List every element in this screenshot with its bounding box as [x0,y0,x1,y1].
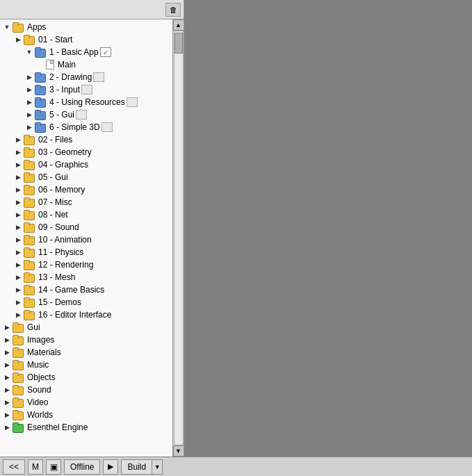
toggle-06-memory[interactable]: ▶ [14,186,22,194]
toggle-1-basic-app[interactable]: ▼ [25,48,33,56]
toggle-05-gui[interactable]: ▶ [14,173,22,181]
offline-button[interactable]: Offline [64,459,100,475]
toggle-images[interactable]: ▶ [3,336,11,344]
scroll-thumb[interactable] [174,33,183,54]
item-label-materials: Materials [27,347,61,357]
build-arrow-button[interactable]: ▼ [152,459,163,475]
toggle-esenthel-engine[interactable]: ▶ [3,423,11,432]
toggle-apps[interactable]: ▼ [3,23,11,31]
toggle-04-graphics[interactable]: ▶ [14,161,22,169]
item-label-objects: Objects [27,372,56,382]
toggle-01-start[interactable]: ▶ [14,35,22,44]
tree-item-15-demos[interactable]: ▶15 - Demos [0,296,172,309]
tree-item-03-geometry[interactable]: ▶03 - Geometry [0,146,172,158]
tree-item-objects[interactable]: ▶Objects [0,371,172,384]
tree-item-12-rendering[interactable]: ▶12 - Rendering [0,258,172,271]
toggle-2-drawing[interactable]: ▶ [25,73,33,81]
toggle-objects[interactable]: ▶ [3,373,11,381]
tree-item-video[interactable]: ▶Video [0,396,172,409]
tree-item-10-animation[interactable]: ▶10 - Animation [0,233,172,246]
toggle-15-demos[interactable]: ▶ [14,298,22,306]
tree-item-5-gui[interactable]: ▶5 - Gui [0,108,172,121]
toggle-11-physics[interactable]: ▶ [14,248,22,256]
checkbox-empty-6-simple-3d[interactable] [101,122,113,132]
toggle-worlds[interactable]: ▶ [3,411,11,419]
tree-item-08-net[interactable]: ▶08 - Net [0,208,172,221]
tree-item-11-physics[interactable]: ▶11 - Physics [0,246,172,258]
item-label-11-physics: 11 - Physics [38,247,83,257]
tree-item-13-mesh[interactable]: ▶13 - Mesh [0,271,172,284]
delete-button[interactable]: 🗑 [165,3,181,17]
checkbox-empty-2-drawing[interactable] [93,72,104,82]
folder-icon-objects [13,372,24,382]
toggle-03-geometry[interactable]: ▶ [14,148,22,156]
tree-item-14-game-basics[interactable]: ▶14 - Game Basics [0,284,172,296]
toggle-07-misc[interactable]: ▶ [14,198,22,206]
scroll-up-button[interactable]: ▲ [173,19,184,31]
build-dropdown[interactable]: Build ▼ [121,459,163,475]
checkbox-1-basic-app[interactable]: ✓ [100,47,111,57]
tree-item-sound[interactable]: ▶Sound [0,384,172,396]
item-label-apps: Apps [27,22,46,32]
tree-item-1-basic-app[interactable]: ▼1 - Basic App✓ [0,46,172,58]
toggle-14-game-basics[interactable]: ▶ [14,286,22,294]
checkbox-empty-5-gui[interactable] [76,110,87,120]
checkbox-empty-3-input[interactable] [81,85,92,95]
scrollbar[interactable]: ▲ ▼ [172,19,184,457]
toggle-video[interactable]: ▶ [3,398,11,407]
monitor-button[interactable]: ▣ [46,459,61,475]
toggle-3-input[interactable]: ▶ [25,85,33,94]
folder-icon-16-editor-interface [24,310,35,320]
toggle-12-rendering[interactable]: ▶ [14,261,22,269]
toggle-16-editor-interface[interactable]: ▶ [14,311,22,319]
tree-item-4-using-resources[interactable]: ▶4 - Using Resources [0,96,172,108]
tree-item-main[interactable]: Main [0,58,172,71]
build-button[interactable]: Build [121,459,152,475]
tree-item-gui[interactable]: ▶Gui [0,321,172,334]
toggle-4-using-resources[interactable]: ▶ [25,98,33,106]
toggle-materials[interactable]: ▶ [3,348,11,356]
tree-item-materials[interactable]: ▶Materials [0,346,172,359]
play-button[interactable]: ▶ [103,459,118,475]
tree-item-2-drawing[interactable]: ▶2 - Drawing [0,71,172,83]
folder-icon-08-net [24,210,35,220]
tree-item-images[interactable]: ▶Images [0,334,172,346]
folder-icon-main [46,60,54,69]
tree-item-04-graphics[interactable]: ▶04 - Graphics [0,158,172,171]
tree-item-01-start[interactable]: ▶01 - Start [0,33,172,46]
tree-item-09-sound[interactable]: ▶09 - Sound [0,221,172,233]
scroll-track[interactable] [174,31,184,445]
back-button[interactable]: << [3,459,25,475]
folder-icon-02-files [24,135,35,145]
toggle-10-animation[interactable]: ▶ [14,236,22,244]
toggle-13-mesh[interactable]: ▶ [14,273,22,281]
toggle-main[interactable] [36,60,44,69]
toggle-08-net[interactable]: ▶ [14,211,22,219]
scroll-down-button[interactable]: ▼ [173,445,184,457]
tree-item-music[interactable]: ▶Music [0,359,172,371]
folder-icon-06-memory [24,185,35,195]
folder-icon-apps [13,22,24,32]
folder-icon-6-simple-3d [35,122,46,132]
tree-item-esenthel-engine[interactable]: ▶Esenthel Engine [0,421,172,434]
tree-item-02-files[interactable]: ▶02 - Files [0,133,172,146]
tree-item-3-input[interactable]: ▶3 - Input [0,83,172,96]
m-button[interactable]: M [28,459,43,475]
toggle-sound[interactable]: ▶ [3,386,11,394]
top-toolbar: 🗑 [0,0,184,19]
item-label-13-mesh: 13 - Mesh [38,272,75,282]
toggle-6-simple-3d[interactable]: ▶ [25,123,33,131]
toggle-5-gui[interactable]: ▶ [25,110,33,119]
toggle-gui[interactable]: ▶ [3,323,11,331]
tree-item-apps[interactable]: ▼Apps [0,21,172,33]
tree-item-worlds[interactable]: ▶Worlds [0,409,172,421]
toggle-09-sound[interactable]: ▶ [14,223,22,231]
toggle-02-files[interactable]: ▶ [14,136,22,144]
tree-item-05-gui[interactable]: ▶05 - Gui [0,171,172,183]
tree-item-6-simple-3d[interactable]: ▶6 - Simple 3D [0,121,172,133]
toggle-music[interactable]: ▶ [3,361,11,369]
checkbox-empty-4-using-resources[interactable] [127,97,138,107]
tree-item-16-editor-interface[interactable]: ▶16 - Editor Interface [0,309,172,321]
tree-item-07-misc[interactable]: ▶07 - Misc [0,196,172,208]
tree-item-06-memory[interactable]: ▶06 - Memory [0,183,172,196]
